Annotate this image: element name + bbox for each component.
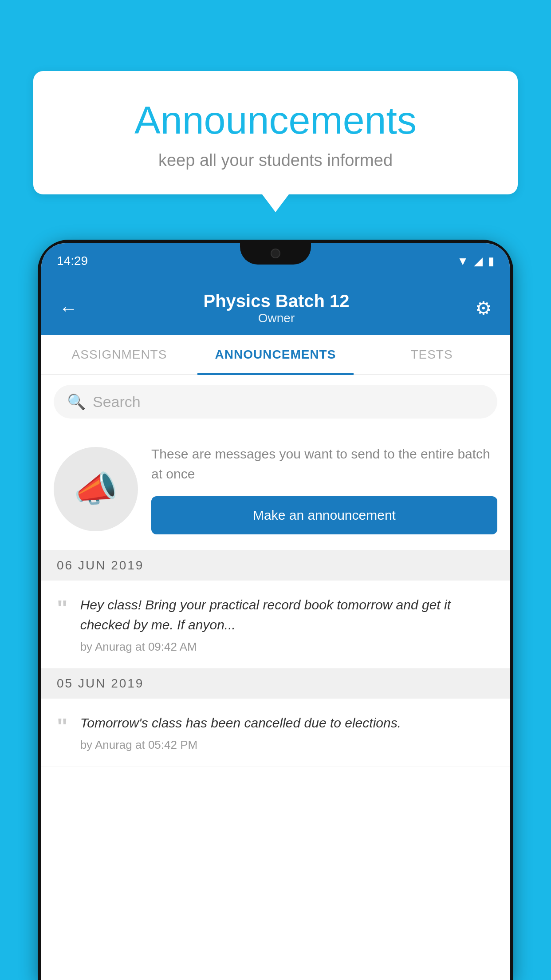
tabs-container: ASSIGNMENTS ANNOUNCEMENTS TESTS xyxy=(41,335,510,375)
make-announcement-button[interactable]: Make an announcement xyxy=(151,496,497,534)
search-placeholder: Search xyxy=(93,393,141,411)
quote-icon: " xyxy=(57,597,68,620)
list-item[interactable]: " Tomorrow's class has been cancelled du… xyxy=(41,699,510,767)
speech-bubble-card: Announcements keep all your students inf… xyxy=(33,71,518,194)
back-button[interactable]: ← xyxy=(59,298,78,319)
header-title: Physics Batch 12 xyxy=(203,291,349,311)
status-time: 14:29 xyxy=(57,254,88,268)
announcement-desc: These are messages you want to send to t… xyxy=(151,444,497,484)
tab-announcements[interactable]: ANNOUNCEMENTS xyxy=(197,335,354,374)
app-header: ← Physics Batch 12 Owner ⚙ xyxy=(41,279,510,335)
search-icon: 🔍 xyxy=(67,393,86,411)
speech-bubble-tail xyxy=(262,194,289,212)
battery-icon: ▮ xyxy=(488,254,494,268)
date-divider-2: 05 JUN 2019 xyxy=(41,668,510,699)
speech-bubble-section: Announcements keep all your students inf… xyxy=(33,71,518,212)
message-text-2: Tomorrow's class has been cancelled due … xyxy=(80,713,494,733)
notch xyxy=(240,243,311,265)
search-bar-container: 🔍 Search xyxy=(41,375,510,428)
message-content-2: Tomorrow's class has been cancelled due … xyxy=(80,713,494,752)
announcement-icon-circle: 📣 xyxy=(54,447,138,531)
phone-screen: 14:29 ▼ ◢ ▮ ← Physics Batch 12 Owner ⚙ A… xyxy=(41,243,510,980)
message-author-2: by Anurag at 05:42 PM xyxy=(80,738,494,752)
header-center: Physics Batch 12 Owner xyxy=(203,291,349,325)
header-subtitle: Owner xyxy=(203,311,349,325)
search-bar[interactable]: 🔍 Search xyxy=(54,385,497,419)
date-divider-1: 06 JUN 2019 xyxy=(41,550,510,581)
list-item[interactable]: " Hey class! Bring your practical record… xyxy=(41,581,510,668)
notch-camera xyxy=(271,249,280,258)
announcement-prompt: 📣 These are messages you want to send to… xyxy=(41,428,510,550)
message-text: Hey class! Bring your practical record b… xyxy=(80,595,494,635)
phone-frame: 14:29 ▼ ◢ ▮ ← Physics Batch 12 Owner ⚙ A… xyxy=(38,240,513,980)
status-icons: ▼ ◢ ▮ xyxy=(457,254,494,268)
wifi-icon: ▼ xyxy=(457,254,468,268)
gear-icon[interactable]: ⚙ xyxy=(475,297,492,319)
megaphone-icon: 📣 xyxy=(74,468,118,510)
signal-icon: ◢ xyxy=(474,254,483,268)
message-author: by Anurag at 09:42 AM xyxy=(80,640,494,654)
tab-tests[interactable]: TESTS xyxy=(354,335,510,374)
tab-assignments[interactable]: ASSIGNMENTS xyxy=(41,335,197,374)
announcement-right: These are messages you want to send to t… xyxy=(151,444,497,534)
bubble-subtitle: keep all your students informed xyxy=(64,151,487,170)
status-bar: 14:29 ▼ ◢ ▮ xyxy=(41,243,510,279)
bubble-title: Announcements xyxy=(64,98,487,143)
quote-icon-2: " xyxy=(57,715,68,738)
message-content: Hey class! Bring your practical record b… xyxy=(80,595,494,654)
